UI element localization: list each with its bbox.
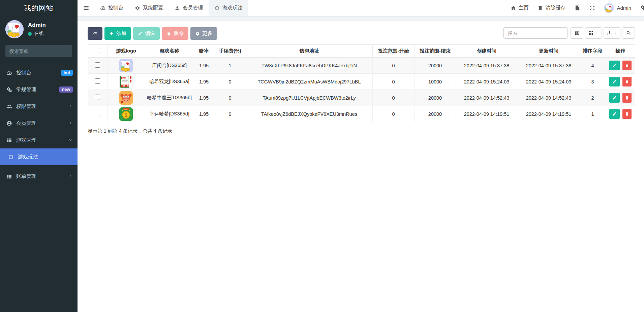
cell-created: 2022-04-09 14:19:51	[456, 106, 518, 122]
row-checkbox[interactable]	[95, 111, 100, 116]
cell-sort: 1	[580, 106, 606, 122]
cell-wallet: TW3uXhP9k8JnFKFa8ccebDPKK4aexbjTiN	[246, 58, 372, 74]
sidebar-item-members[interactable]: 会员管理	[0, 115, 78, 132]
row-checkbox[interactable]	[95, 78, 100, 84]
sidebar-item-console[interactable]: 控制台 hot	[0, 64, 78, 81]
clear-cache-link[interactable]: 清除缓存	[538, 5, 565, 11]
cards-game-logo	[119, 59, 133, 72]
cell-bet-end: 20000	[415, 90, 456, 106]
user-avatar	[604, 3, 614, 13]
row-delete-button[interactable]	[622, 61, 632, 70]
fullscreen-button[interactable]	[589, 5, 595, 11]
caret-down-icon	[595, 31, 599, 35]
search-toggle-button[interactable]	[622, 27, 635, 39]
sidebar-item-billing[interactable]: 账单管理	[0, 168, 78, 185]
games-table: 游戏logo 游戏名称 赔率 手续费(%) 钱包地址 投注范围-开始 投注范围-…	[88, 44, 635, 122]
row-delete-button[interactable]	[622, 109, 632, 119]
sidebar-item-permissions[interactable]: 权限管理	[0, 98, 78, 115]
sidebar-item-label: 常规管理	[16, 86, 36, 93]
table-header-row: 游戏logo 游戏名称 赔率 手续费(%) 钱包地址 投注范围-开始 投注范围-…	[88, 45, 635, 58]
bull-game-logo	[119, 91, 133, 105]
settings-gears-icon	[640, 5, 644, 11]
paging-toggle-button[interactable]	[571, 27, 583, 39]
chevron-left-icon	[68, 121, 73, 126]
table-search-input[interactable]	[503, 27, 568, 39]
row-edit-button[interactable]	[609, 109, 620, 119]
row-checkbox[interactable]	[95, 95, 100, 100]
sidebar-item-games[interactable]: 游戏管理	[0, 132, 78, 148]
tab-system-config[interactable]: 系统配置	[129, 0, 169, 16]
user-avatar	[5, 20, 24, 38]
lucky-coin-game-logo	[119, 107, 133, 121]
top-navbar: 控制台 系统配置 会员管理 游戏玩法 主页	[78, 0, 644, 16]
columns-dropdown-button[interactable]	[585, 27, 602, 39]
user-panel: Admin 在线	[0, 16, 78, 42]
navbar-tabs: 控制台 系统配置 会员管理 游戏玩法	[78, 0, 248, 16]
cell-actions	[606, 90, 635, 106]
cell-updated: 2022-04-09 14:19:51	[518, 106, 580, 122]
users-icon	[6, 104, 12, 109]
home-link[interactable]: 主页	[511, 5, 528, 11]
tab-label: 会员管理	[183, 5, 203, 11]
tab-members[interactable]: 会员管理	[169, 0, 209, 16]
new-badge: new	[59, 86, 73, 93]
user-menu[interactable]: Admin	[604, 3, 631, 13]
paging-toggle-icon	[575, 31, 580, 36]
select-all-checkbox[interactable]	[95, 48, 100, 53]
chevron-down-icon	[68, 138, 73, 142]
cell-wallet: TCGWVB9jn2dBZQ2zmMuAsWBMdoj297LbBL	[246, 74, 372, 90]
gear-icon	[195, 31, 200, 36]
cell-actions	[606, 74, 635, 90]
sidebar-item-game-rules[interactable]: 游戏玩法	[0, 148, 78, 165]
user-circle-icon	[6, 120, 12, 126]
add-button[interactable]: 添加	[104, 27, 131, 40]
sidebar-menu: 控制台 hot 常规管理 new 权限管理 会员管理 游戏管理	[0, 64, 78, 185]
small-card-game-logo	[119, 75, 133, 89]
cell-wallet: TAfkeo8vjZ6dBEJXQybkeFV6XEU3mnRues	[246, 106, 372, 122]
row-delete-button[interactable]	[622, 93, 632, 103]
more-button[interactable]: 更多	[190, 27, 217, 40]
trash-icon	[166, 31, 171, 36]
settings-button[interactable]	[640, 5, 644, 11]
pencil-icon	[138, 31, 143, 36]
delete-button[interactable]: 删除	[162, 27, 188, 40]
sidebar-toggle-button[interactable]	[78, 0, 94, 16]
edit-button[interactable]: 编辑	[133, 27, 160, 40]
sidebar-item-general[interactable]: 常规管理 new	[0, 81, 78, 98]
caret-down-icon	[614, 31, 617, 35]
row-edit-button[interactable]	[609, 77, 620, 86]
export-icon	[607, 31, 612, 36]
row-edit-button[interactable]	[609, 93, 620, 103]
cell-bet-start: 0	[372, 74, 415, 90]
user-status: 在线	[28, 31, 46, 37]
dashboard-icon	[100, 5, 105, 11]
trash-icon	[625, 96, 629, 100]
column-header: 钱包地址	[246, 45, 372, 58]
row-delete-button[interactable]	[622, 77, 632, 86]
home-label: 主页	[518, 5, 528, 11]
header-checkbox-cell	[88, 45, 107, 58]
edit-label: 编辑	[145, 30, 155, 37]
cell-bet-start: 0	[372, 90, 415, 106]
gears-icon	[6, 87, 12, 93]
pencil-icon	[612, 112, 617, 116]
export-dropdown-button[interactable]	[604, 27, 620, 39]
column-header: 投注范围-结束	[415, 45, 456, 58]
refresh-button[interactable]	[88, 27, 102, 40]
menu-search-input[interactable]	[9, 48, 70, 54]
column-header: 创建时间	[456, 45, 518, 58]
row-checkbox[interactable]	[95, 62, 100, 68]
delete-label: 删除	[174, 30, 184, 37]
language-button[interactable]	[575, 5, 580, 11]
tab-console[interactable]: 控制台	[94, 0, 129, 16]
list-icon	[6, 174, 12, 179]
row-edit-button[interactable]	[609, 61, 620, 70]
more-label: 更多	[202, 30, 212, 37]
user-icon	[175, 5, 180, 11]
tab-game-rules[interactable]: 游戏玩法	[209, 0, 248, 16]
language-icon	[575, 5, 580, 11]
navbar-right: 主页 清除缓存 Admin	[511, 0, 644, 16]
column-header: 投注范围-开始	[372, 45, 415, 58]
cell-fee: 0	[214, 90, 246, 106]
cell-updated: 2022-04-09 15:24:03	[518, 74, 580, 90]
